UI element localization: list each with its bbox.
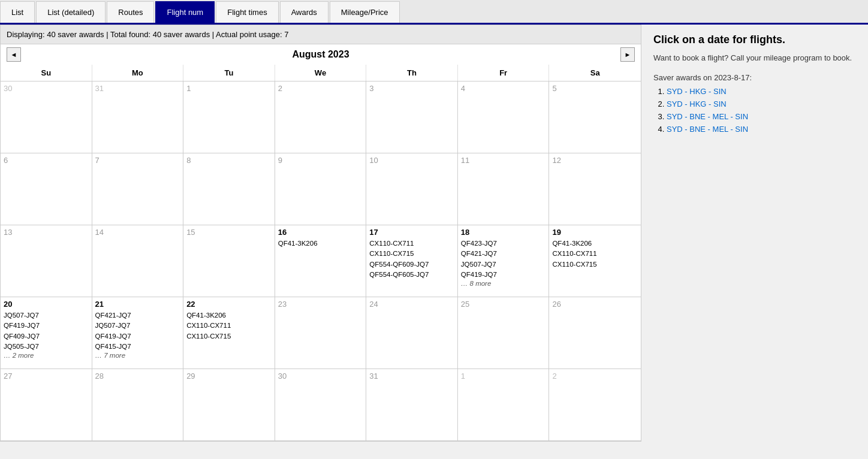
cal-cell-0: 30: [1, 81, 92, 153]
flight-entry: CX110-CX711: [186, 321, 272, 331]
day-header-fr: Fr: [458, 65, 550, 81]
saver-list-item-2: SYD - BNE - MEL - SIN: [667, 112, 856, 121]
saver-link-2[interactable]: SYD - BNE - MEL - SIN: [667, 112, 748, 121]
prev-month-button[interactable]: ◄: [7, 47, 21, 62]
next-month-button[interactable]: ►: [620, 47, 635, 62]
day-num: 18: [461, 228, 546, 237]
cal-cell-17[interactable]: 16QF41-3K206: [275, 225, 367, 297]
cal-cell-9: 8: [183, 153, 275, 225]
day-num: 21: [95, 300, 180, 309]
day-num: 3: [369, 84, 454, 93]
day-num: 24: [369, 300, 454, 309]
saver-link-0[interactable]: SYD - HKG - SIN: [667, 87, 727, 96]
day-num: 26: [552, 300, 638, 309]
day-num: 1: [461, 372, 546, 381]
day-num: 31: [369, 372, 454, 381]
cal-cell-22[interactable]: 21QF421-JQ7JQ507-JQ7QF419-JQ7QF415-JQ7… …: [92, 297, 184, 369]
flight-entry: CX110-CX715: [369, 249, 454, 259]
cal-cell-19[interactable]: 18QF423-JQ7QF421-JQ7JQ507-JQ7QF419-JQ7… …: [458, 225, 550, 297]
day-num: 9: [278, 156, 363, 165]
day-num: 14: [95, 228, 180, 237]
day-num: 10: [369, 156, 454, 165]
day-num: 5: [552, 84, 638, 93]
cal-cell-34: 2: [549, 369, 641, 441]
cal-cell-16: 15: [183, 225, 275, 297]
day-num: 6: [4, 156, 89, 165]
right-panel-subtitle: Want to book a flight? Call your mileage…: [653, 52, 856, 64]
more-flights-link[interactable]: … 7 more: [95, 352, 180, 359]
tab-awards[interactable]: Awards: [280, 1, 328, 23]
cal-cell-1: 31: [92, 81, 184, 153]
day-num: 27: [4, 372, 89, 381]
day-num: 2: [552, 372, 638, 381]
day-num: 4: [461, 84, 546, 93]
day-num: 12: [552, 156, 638, 165]
cal-cell-32: 31: [366, 369, 458, 441]
day-num: 28: [95, 372, 180, 381]
flight-entry: QF421-JQ7: [95, 310, 180, 321]
day-num: 30: [278, 372, 363, 381]
saver-list-item-0: SYD - HKG - SIN: [667, 87, 856, 96]
day-num: 15: [186, 228, 272, 237]
cal-cell-20[interactable]: 19QF41-3K206CX110-CX711CX110-CX715: [549, 225, 641, 297]
cal-cell-24: 23: [275, 297, 367, 369]
tab-routes[interactable]: Routes: [107, 1, 154, 23]
tab-flight-times[interactable]: Flight times: [216, 1, 278, 23]
day-num: 30: [4, 84, 89, 93]
more-flights-link[interactable]: … 2 more: [4, 352, 89, 359]
cal-cell-3: 2: [275, 81, 367, 153]
cal-cell-26: 25: [458, 297, 550, 369]
flight-entry: QF41-3K206: [552, 238, 638, 249]
day-num: 29: [186, 372, 272, 381]
day-num: 13: [4, 228, 89, 237]
cal-cell-21[interactable]: 20JQ507-JQ7QF419-JQ7QF409-JQ7JQ505-JQ7… …: [1, 297, 92, 369]
flight-entry: JQ505-JQ7: [4, 342, 89, 352]
saver-label: Saver awards on 2023-8-17:: [653, 73, 856, 82]
day-num: 1: [186, 84, 272, 93]
cal-cell-28: 27: [1, 369, 92, 441]
day-header-tu: Tu: [183, 65, 275, 81]
cal-cell-14: 13: [1, 225, 92, 297]
flight-entry: QF554-QF609-JQ7: [369, 259, 454, 270]
day-num: 19: [552, 228, 638, 237]
saver-link-1[interactable]: SYD - HKG - SIN: [667, 99, 727, 108]
day-num: 11: [461, 156, 546, 165]
tab-list-detailed[interactable]: List (detailed): [36, 1, 106, 23]
flight-entry: CX110-CX711: [552, 249, 638, 259]
flight-entry: QF419-JQ7: [461, 270, 546, 280]
tabs-bar: List List (detailed) Routes Flight num F…: [0, 0, 868, 25]
right-panel-title: Click on a date for flights.: [653, 34, 856, 46]
flight-entry: QF423-JQ7: [461, 238, 546, 249]
day-header-su: Su: [1, 65, 92, 81]
calendar-header: ◄ August 2023 ►: [1, 44, 641, 65]
cal-cell-4: 3: [366, 81, 458, 153]
calendar-month-label: August 2023: [292, 49, 349, 60]
cal-cell-6: 5: [549, 81, 641, 153]
cal-cell-33: 1: [458, 369, 550, 441]
tab-mileage-price[interactable]: Mileage/Price: [330, 1, 400, 23]
day-num: 31: [95, 84, 180, 93]
day-num: 25: [461, 300, 546, 309]
tab-flight-num[interactable]: Flight num: [155, 1, 215, 23]
flight-entry: CX110-CX715: [552, 259, 638, 270]
cal-cell-15: 14: [92, 225, 184, 297]
cal-cell-5: 4: [458, 81, 550, 153]
calendar-section: Displaying: 40 saver awards | Total foun…: [0, 25, 641, 442]
cal-cell-23[interactable]: 22QF41-3K206CX110-CX711CX110-CX715: [183, 297, 275, 369]
right-panel: Click on a date for flights. Want to boo…: [641, 25, 868, 442]
more-flights-link[interactable]: … 8 more: [461, 280, 546, 287]
status-text: Displaying: 40 saver awards | Total foun…: [7, 30, 288, 39]
day-num: 8: [186, 156, 272, 165]
cal-cell-18[interactable]: 17CX110-CX711CX110-CX715QF554-QF609-JQ7Q…: [366, 225, 458, 297]
calendar-grid: 303112345678910111213141516QF41-3K20617C…: [1, 81, 641, 441]
tab-list[interactable]: List: [0, 1, 35, 23]
cal-cell-8: 7: [92, 153, 184, 225]
day-num: 23: [278, 300, 363, 309]
cal-cell-27: 26: [549, 297, 641, 369]
status-bar: Displaying: 40 saver awards | Total foun…: [1, 25, 641, 44]
saver-link-3[interactable]: SYD - BNE - MEL - SIN: [667, 125, 748, 134]
saver-list-item-1: SYD - HKG - SIN: [667, 99, 856, 108]
cal-cell-10: 9: [275, 153, 367, 225]
day-num: 16: [278, 228, 363, 237]
cal-cell-30: 29: [183, 369, 275, 441]
